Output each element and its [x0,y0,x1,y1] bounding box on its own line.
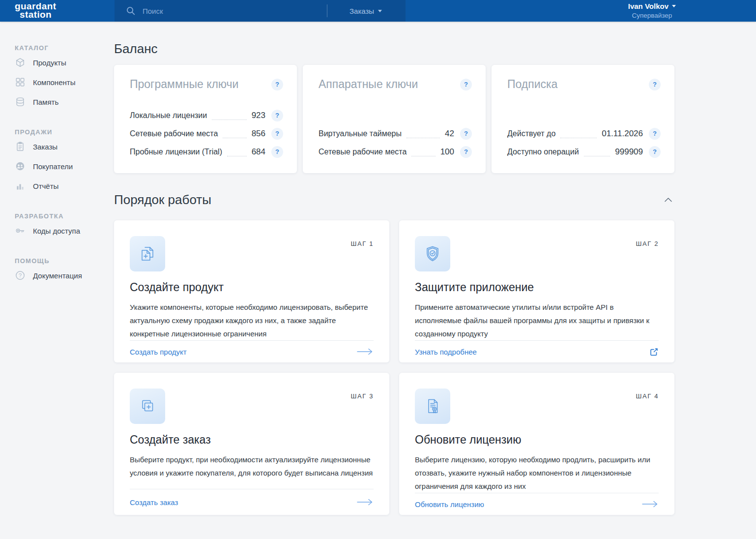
create-product-link[interactable]: Создать продукт [130,348,187,356]
step-icon-tile [415,389,450,424]
row-value: 856 [252,129,265,139]
sidebar-item-memory[interactable]: Память [15,92,114,112]
squares-plus-icon [138,396,157,416]
app-logo[interactable]: guardant station [15,2,56,19]
sidebar-item-label: Продукты [33,59,66,67]
buyers-people-icon [15,161,26,172]
sidebar-section-title: КАТАЛОГ [15,43,114,53]
hardware-keys-card: Аппаратные ключи ? Виртуальные таймеры 4… [303,65,486,173]
row-value: 42 [445,129,454,139]
sidebar-item-access-codes[interactable]: Коды доступа [15,221,114,240]
balance-row-local-licenses: Локальные лицензии 923 ? [130,106,283,124]
dotted-leader [584,147,611,156]
caret-down-icon [378,10,382,12]
documentation-help-icon: ? [15,270,26,281]
sidebar-item-buyers[interactable]: Покупатели [15,156,114,176]
sidebar-item-label: Заказы [33,143,58,151]
help-icon[interactable]: ? [460,79,472,90]
search-placeholder: Поиск [143,7,163,15]
learn-more-link[interactable]: Узнать подробнее [415,348,477,356]
search-icon [125,5,136,16]
sidebar-section-help: ПОМОЩЬ ? Документация [15,256,114,285]
sidebar-item-components[interactable]: Компоненты [15,72,114,92]
row-label: Виртуальные таймеры [319,129,402,138]
step-badge: ШАГ 1 [351,240,374,247]
help-icon[interactable]: ? [271,146,283,158]
help-icon[interactable]: ? [649,79,661,90]
question-glyph: ? [19,272,22,278]
card-title: Программные ключи [130,78,238,91]
user-role: Супервайзер [628,12,676,19]
chevron-up-icon [664,197,672,203]
subscription-card: Подписка ? Действует до 01.11.2026 ? Дос… [492,65,674,173]
header-search-zone: Поиск Заказы [115,0,406,22]
orders-dropdown[interactable]: Заказы [349,0,382,22]
user-name: Ivan Volkov [628,2,669,10]
sidebar-item-label: Документация [33,271,82,280]
sidebar-section-title: ПОМОЩЬ [15,256,114,266]
main-content: Баланс Программные ключи ? Локальные лиц… [114,22,674,515]
step-card-update-license: ШАГ 4 Обновите лицензию Выберите лицензи… [399,373,674,515]
orders-dropdown-label: Заказы [349,7,374,15]
step-icon-tile [130,389,165,424]
help-icon[interactable]: ? [649,146,661,158]
help-icon[interactable]: ? [460,146,472,158]
logo-line2: station [15,10,56,19]
workflow-title: Порядок работы [114,193,211,206]
memory-database-icon [15,96,26,107]
components-grid-icon [15,77,26,88]
access-key-icon [15,225,26,236]
arrow-right-icon[interactable] [356,348,374,355]
card-title: Аппаратные ключи [319,78,418,91]
help-icon[interactable]: ? [649,128,661,140]
sidebar-item-reports[interactable]: Отчёты [15,176,114,196]
collapse-section-button[interactable] [662,193,674,206]
dotted-leader [227,147,247,156]
row-value: 999909 [615,147,643,157]
create-order-link[interactable]: Создать заказ [130,498,178,507]
sidebar-item-orders[interactable]: Заказы [15,137,114,156]
sidebar-item-documentation[interactable]: ? Документация [15,266,114,285]
balance-cards: Программные ключи ? Локальные лицензии 9… [114,65,674,173]
step-description: Выберите лицензию, которую необходимо пр… [415,453,659,493]
sidebar-section-sales: ПРОДАЖИ Заказы Покупатели [15,127,114,196]
shield-check-icon [423,244,442,264]
search-input[interactable]: Поиск [125,0,322,22]
sidebar-item-label: Отчёты [33,182,58,190]
balance-row-valid-until: Действует до 01.11.2026 ? [507,124,661,143]
sidebar-item-products[interactable]: Продукты [15,53,114,72]
sidebar-section-catalog: КАТАЛОГ Продукты Компоненты [15,43,114,112]
dotted-leader [411,147,435,156]
row-label: Пробные лицензии (Trial) [130,148,222,156]
help-icon[interactable]: ? [271,79,283,90]
row-label: Доступно операций [507,148,579,156]
balance-row-network-seats: Сетевые рабочие места 856 ? [130,124,283,143]
update-license-link[interactable]: Обновить лицензию [415,500,484,509]
step-badge: ШАГ 4 [636,392,659,400]
step-card-create-order: ШАГ 3 Создайте заказ Выберите продукт, п… [114,373,389,515]
arrow-right-icon[interactable] [641,501,659,508]
step-badge: ШАГ 3 [351,392,374,400]
external-link-icon[interactable] [649,347,659,357]
help-icon[interactable]: ? [271,128,283,140]
user-menu[interactable]: Ivan Volkov Супервайзер [628,2,676,19]
balance-row-operations-available: Доступно операций 999909 ? [507,143,661,161]
row-value: 01.11.2026 [602,129,643,139]
dotted-leader [560,129,597,138]
certificate-icon [423,396,442,416]
help-icon[interactable]: ? [460,128,472,140]
help-icon[interactable]: ? [271,110,283,121]
sidebar-item-label: Покупатели [33,162,73,171]
caret-down-icon [672,5,676,7]
arrow-right-icon[interactable] [356,499,374,506]
step-badge: ШАГ 2 [636,240,659,247]
step-description: Примените автоматические утилиты и/или в… [415,300,659,340]
step-title: Обновите лицензию [415,433,659,447]
step-description: Укажите компоненты, которые необходимо л… [130,300,374,340]
header-divider [327,4,327,17]
balance-title: Баланс [114,42,674,55]
sidebar-item-label: Память [33,98,58,106]
step-card-protect-application: ШАГ 2 Защитите приложение Примените авто… [399,220,674,362]
workflow-steps: ШАГ 1 Создайте продукт Укажите компонент… [114,220,674,515]
sidebar-section-title: ПРОДАЖИ [15,127,114,137]
